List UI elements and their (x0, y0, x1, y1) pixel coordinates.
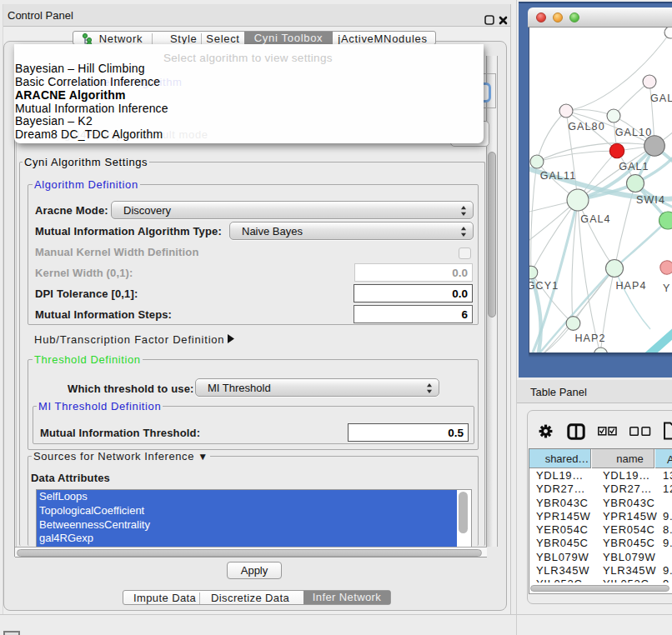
svg-text:GAL80: GAL80 (568, 121, 604, 132)
svg-text:GAL11: GAL11 (540, 170, 577, 182)
svg-text:GAL4: GAL4 (580, 213, 610, 225)
svg-text:HAP2: HAP2 (574, 332, 605, 344)
svg-text:GCY1: GCY1 (529, 280, 559, 292)
svg-text:GAL10: GAL10 (615, 127, 652, 138)
svg-text:GAL1: GAL1 (619, 161, 649, 172)
svg-text:SWI4: SWI4 (636, 194, 665, 206)
svg-text:GAL8: GAL8 (650, 92, 672, 104)
svg-text:Y: Y (663, 282, 670, 294)
svg-text:HAP4: HAP4 (615, 280, 646, 292)
